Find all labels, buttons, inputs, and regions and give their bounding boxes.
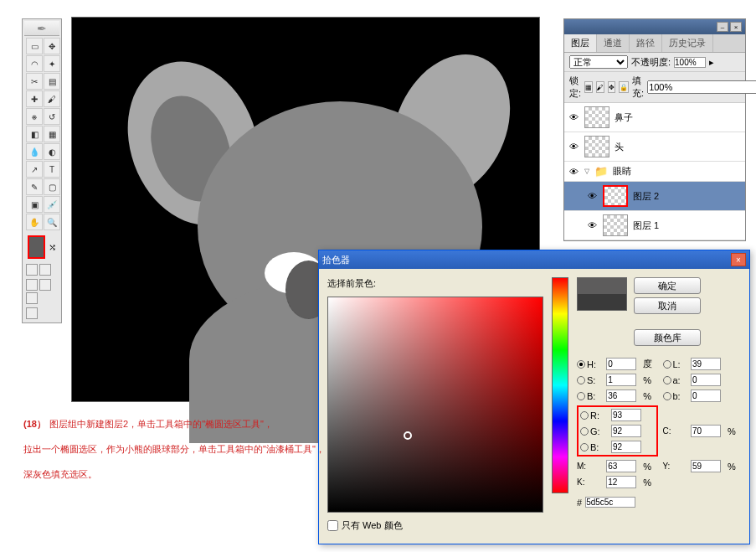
picker-title-text: 拾色器: [322, 254, 350, 266]
screen-full[interactable]: [26, 292, 38, 304]
wand-tool[interactable]: ✦: [44, 55, 60, 72]
h-input[interactable]: [606, 358, 636, 370]
layer-item[interactable]: 👁 图层 1: [564, 211, 745, 240]
tab-history[interactable]: 历史记录: [662, 34, 713, 52]
m-input[interactable]: [606, 460, 636, 472]
color-picker-dialog: 拾色器 × 选择前景色: 只有 Web 颜色 确定 取消: [318, 250, 750, 544]
eraser-tool[interactable]: ◧: [26, 126, 43, 142]
gradient-tool[interactable]: ▦: [44, 126, 60, 142]
screen-full-menu[interactable]: [39, 279, 51, 291]
panel-titlebar[interactable]: – ×: [564, 19, 745, 34]
bv-radio[interactable]: [577, 392, 585, 400]
bb-radio[interactable]: [580, 443, 589, 451]
minimize-icon[interactable]: –: [717, 22, 728, 32]
lock-all-icon[interactable]: 🔒: [619, 81, 629, 93]
layer-thumb[interactable]: [584, 136, 609, 157]
r-radio[interactable]: [580, 411, 589, 420]
visibility-icon[interactable]: 👁: [586, 220, 598, 230]
tab-channels[interactable]: 通道: [597, 34, 630, 52]
l-radio[interactable]: [663, 360, 671, 369]
jump-button: [24, 306, 59, 321]
b-radio[interactable]: [663, 392, 671, 400]
bv-input[interactable]: [606, 389, 636, 402]
tool-grid: ▭ ✥ ◠ ✦ ✂ ▤ ✚ 🖌 ⎈ ↺ ◧ ▦ 💧 ◐ ↗ T ✎ ▢ ▣ 💉 …: [24, 36, 59, 232]
feather-icon: ✒: [37, 22, 47, 35]
hand-tool[interactable]: ✋: [26, 214, 43, 230]
fill-input[interactable]: [647, 80, 756, 94]
move-tool[interactable]: ✥: [44, 38, 60, 54]
fill-label: 填充:: [632, 75, 644, 100]
web-only-checkbox[interactable]: 只有 Web 颜色: [327, 519, 543, 532]
lock-paint-icon[interactable]: 🖌: [596, 81, 604, 93]
eyedropper-tool[interactable]: 💉: [44, 196, 60, 213]
l-input[interactable]: [691, 358, 721, 370]
a-radio[interactable]: [663, 376, 671, 384]
lasso-tool[interactable]: ◠: [26, 55, 43, 72]
layer-thumb[interactable]: [603, 185, 628, 207]
swap-colors-icon[interactable]: ⤭: [49, 242, 56, 253]
quickmask-mode[interactable]: [39, 264, 51, 276]
toolbox-header[interactable]: ✒: [24, 21, 59, 36]
close-icon[interactable]: ×: [730, 22, 742, 32]
s-input[interactable]: [606, 374, 636, 386]
blur-tool[interactable]: 💧: [26, 143, 43, 160]
foreground-swatch[interactable]: [28, 235, 45, 259]
old-color: [578, 294, 626, 310]
visibility-icon[interactable]: 👁: [568, 167, 579, 177]
visibility-icon[interactable]: 👁: [568, 142, 579, 152]
close-icon[interactable]: ×: [731, 253, 746, 266]
crop-tool[interactable]: ✂: [26, 73, 43, 90]
h-radio[interactable]: [577, 360, 585, 369]
expand-arrow-icon[interactable]: ▽: [584, 168, 589, 175]
heal-tool[interactable]: ✚: [26, 90, 43, 107]
hex-input[interactable]: [585, 497, 635, 508]
layer-item[interactable]: 👁 图层 2: [564, 182, 745, 211]
history-brush-tool[interactable]: ↺: [44, 108, 60, 125]
shape-tool[interactable]: ▢: [44, 178, 60, 195]
slice-tool[interactable]: ▤: [44, 73, 60, 90]
brush-tool[interactable]: 🖌: [44, 90, 60, 107]
layer-group-item[interactable]: 👁 ▽ 📁 眼睛: [564, 162, 745, 182]
ok-button[interactable]: 确定: [634, 277, 701, 294]
color-library-button[interactable]: 颜色库: [634, 329, 701, 346]
layer-thumb[interactable]: [584, 106, 609, 128]
r-input[interactable]: [611, 409, 641, 421]
pen-tool[interactable]: ✎: [26, 178, 43, 195]
standard-mode[interactable]: [26, 264, 38, 276]
cancel-button[interactable]: 取消: [634, 297, 701, 314]
layer-item[interactable]: 👁 鼻子: [564, 103, 745, 132]
web-only-input[interactable]: [327, 520, 338, 531]
screen-std[interactable]: [26, 279, 38, 291]
c-input[interactable]: [691, 425, 721, 437]
s-radio[interactable]: [577, 376, 585, 384]
k-input[interactable]: [606, 476, 636, 488]
notes-tool[interactable]: ▣: [26, 196, 43, 213]
b-input[interactable]: [691, 389, 721, 402]
g-radio[interactable]: [580, 427, 589, 436]
g-input[interactable]: [611, 425, 641, 437]
layer-item[interactable]: 👁 头: [564, 132, 745, 162]
bb-input[interactable]: [611, 441, 641, 453]
jump-to[interactable]: [26, 307, 38, 319]
layers-panel: – × 图层 通道 路径 历史记录 正常 不透明度: ▸ 锁定: ▦ 🖌 ✥ 🔒…: [563, 18, 746, 241]
chevron-icon[interactable]: ▸: [709, 57, 714, 68]
lock-move-icon[interactable]: ✥: [608, 81, 615, 93]
tab-layers[interactable]: 图层: [564, 34, 597, 52]
zoom-tool[interactable]: 🔍: [44, 214, 60, 230]
color-values: H:度 L: S:% a: B:% b: R: G: B: C:% M:% Y:…: [577, 358, 741, 488]
visibility-icon[interactable]: 👁: [568, 112, 579, 122]
y-input[interactable]: [691, 460, 721, 472]
blend-mode-select[interactable]: 正常: [569, 55, 628, 69]
tab-paths[interactable]: 路径: [630, 34, 662, 52]
opacity-input[interactable]: [674, 57, 706, 68]
layer-thumb[interactable]: [603, 214, 628, 236]
a-input[interactable]: [691, 374, 721, 386]
dodge-tool[interactable]: ◐: [44, 143, 60, 160]
visibility-icon[interactable]: 👁: [586, 191, 598, 201]
type-tool[interactable]: T: [44, 161, 60, 178]
lock-trans-icon[interactable]: ▦: [584, 81, 593, 93]
marquee-rect-tool[interactable]: ▭: [26, 38, 43, 54]
picker-titlebar[interactable]: 拾色器 ×: [319, 250, 749, 269]
stamp-tool[interactable]: ⎈: [26, 108, 43, 125]
path-tool[interactable]: ↗: [26, 161, 43, 178]
